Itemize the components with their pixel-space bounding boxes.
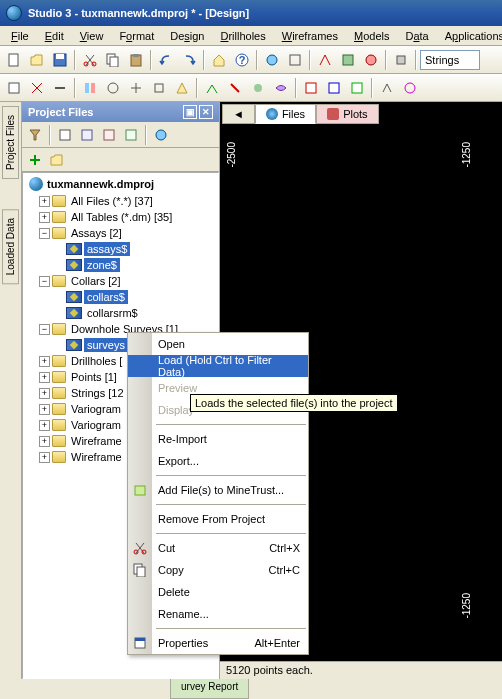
cm-cut[interactable]: CutCtrl+X	[128, 537, 308, 559]
menu-design[interactable]: Design	[163, 28, 211, 44]
expand-icon[interactable]: +	[39, 196, 50, 207]
expand-icon[interactable]: +	[39, 372, 50, 383]
cm-open[interactable]: Open	[128, 333, 308, 355]
panel-pin-icon[interactable]: ▣	[183, 105, 197, 119]
svg-rect-25	[352, 83, 362, 93]
menu-wireframes[interactable]: Wireframes	[275, 28, 345, 44]
tool-b[interactable]	[284, 49, 306, 71]
t2-o[interactable]	[346, 77, 368, 99]
viewport-nav-left[interactable]: ◄	[222, 104, 255, 124]
collapse-icon[interactable]: −	[39, 228, 50, 239]
paste-button[interactable]	[125, 49, 147, 71]
expand-icon[interactable]: +	[39, 404, 50, 415]
t2-i[interactable]	[201, 77, 223, 99]
t2-n[interactable]	[323, 77, 345, 99]
folder-icon	[52, 275, 66, 287]
cm-delete[interactable]: Delete	[128, 581, 308, 603]
cm-reimport[interactable]: Re-Import	[128, 428, 308, 450]
t2-k[interactable]	[247, 77, 269, 99]
t2-h[interactable]	[171, 77, 193, 99]
menu-drillholes[interactable]: Drillholes	[213, 28, 272, 44]
viewport-tab-plots[interactable]: Plots	[316, 104, 378, 124]
cut-button[interactable]	[79, 49, 101, 71]
t2-c[interactable]	[49, 77, 71, 99]
menu-applications[interactable]: Applications	[438, 28, 502, 44]
expand-icon[interactable]: +	[39, 452, 50, 463]
menu-file[interactable]: File	[4, 28, 36, 44]
pt-c[interactable]	[99, 125, 119, 145]
t2-d[interactable]	[79, 77, 101, 99]
pt-filter[interactable]	[25, 125, 45, 145]
t2-m[interactable]	[300, 77, 322, 99]
cm-export[interactable]: Export...	[128, 450, 308, 472]
sidebar-tab-project-files[interactable]: Project Files	[2, 106, 19, 179]
t2-p[interactable]	[376, 77, 398, 99]
expand-icon[interactable]: +	[39, 356, 50, 367]
tree-item-all-tables[interactable]: +All Tables (*.dm) [35]	[39, 209, 216, 225]
tree-item-collars-1[interactable]: collars$	[53, 289, 216, 305]
menu-edit[interactable]: Edit	[38, 28, 71, 44]
panel-close-icon[interactable]: ✕	[199, 105, 213, 119]
pt2-folder[interactable]	[47, 150, 67, 170]
menu-data[interactable]: Data	[398, 28, 435, 44]
menu-models[interactable]: Models	[347, 28, 396, 44]
tree-item-collars[interactable]: −Collars [2]	[39, 273, 216, 289]
t2-f[interactable]	[125, 77, 147, 99]
t2-l[interactable]	[270, 77, 292, 99]
menu-view[interactable]: View	[73, 28, 111, 44]
copy-button[interactable]	[102, 49, 124, 71]
pt-a[interactable]	[55, 125, 75, 145]
home-button[interactable]	[208, 49, 230, 71]
sidebar-tab-loaded-data[interactable]: Loaded Data	[2, 209, 19, 284]
tool-c[interactable]	[314, 49, 336, 71]
tree-item-assays[interactable]: −Assays [2]	[39, 225, 216, 241]
t2-j[interactable]	[224, 77, 246, 99]
tool-e[interactable]	[360, 49, 382, 71]
expand-icon[interactable]: +	[39, 212, 50, 223]
new-button[interactable]	[3, 49, 25, 71]
tree-item-all-files[interactable]: +All Files (*.*) [37]	[39, 193, 216, 209]
panel-title: Project Files	[28, 106, 93, 118]
cm-copy[interactable]: CopyCtrl+C	[128, 559, 308, 581]
toolbar-input[interactable]	[420, 50, 480, 70]
viewport-tab-files[interactable]: Files	[255, 104, 316, 124]
expand-icon[interactable]: +	[39, 436, 50, 447]
menu-format[interactable]: Format	[112, 28, 161, 44]
cm-addfiles[interactable]: Add File(s) to MineTrust...	[128, 479, 308, 501]
tree-item-assays-1[interactable]: assays$	[53, 241, 216, 257]
cm-load[interactable]: Load (Hold Ctrl to Filter Data)	[128, 355, 308, 377]
tree-item-collars-2[interactable]: collarsrm$	[53, 305, 216, 321]
t2-q[interactable]	[399, 77, 421, 99]
save-button[interactable]	[49, 49, 71, 71]
t2-b[interactable]	[26, 77, 48, 99]
tool-f[interactable]	[390, 49, 412, 71]
t2-g[interactable]	[148, 77, 170, 99]
cm-rename[interactable]: Rename...	[128, 603, 308, 625]
cm-remove[interactable]: Remove From Project	[128, 508, 308, 530]
t2-e[interactable]	[102, 77, 124, 99]
tree-root[interactable]: tuxmannewk.dmproj	[25, 175, 216, 193]
pt2-add[interactable]	[25, 150, 45, 170]
open-button[interactable]	[26, 49, 48, 71]
tree-item-assays-2[interactable]: zone$	[53, 257, 216, 273]
expand-icon[interactable]: +	[39, 420, 50, 431]
tool-a[interactable]	[261, 49, 283, 71]
cm-properties[interactable]: PropertiesAlt+Enter	[128, 632, 308, 654]
folder-icon	[52, 355, 66, 367]
pt-b[interactable]	[77, 125, 97, 145]
tool-d[interactable]	[337, 49, 359, 71]
undo-button[interactable]	[155, 49, 177, 71]
svg-rect-32	[135, 486, 145, 495]
bottom-tab-survey[interactable]: urvey Report	[170, 679, 249, 699]
collapse-icon[interactable]: −	[39, 276, 50, 287]
svg-rect-30	[126, 130, 136, 140]
pt-e[interactable]	[151, 125, 171, 145]
redo-button[interactable]	[178, 49, 200, 71]
addfiles-icon	[132, 482, 148, 498]
help-button[interactable]: ?	[231, 49, 253, 71]
folder-icon	[52, 387, 66, 399]
t2-a[interactable]	[3, 77, 25, 99]
expand-icon[interactable]: +	[39, 388, 50, 399]
pt-d[interactable]	[121, 125, 141, 145]
collapse-icon[interactable]: −	[39, 324, 50, 335]
